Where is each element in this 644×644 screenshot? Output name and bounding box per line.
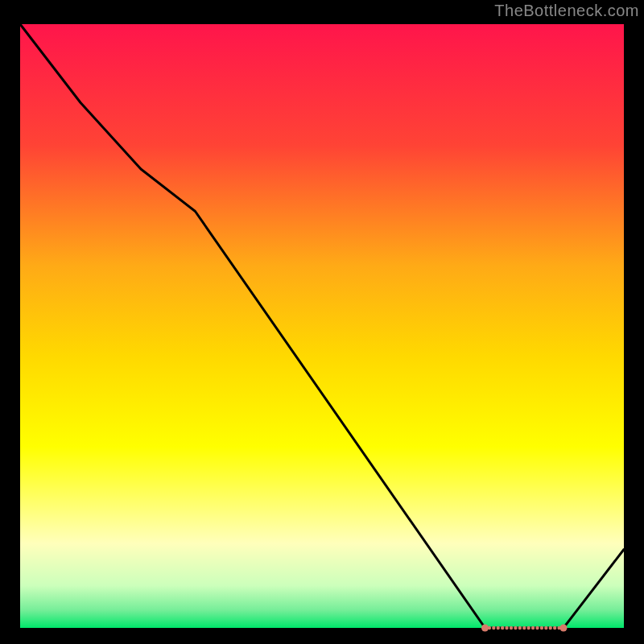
marker-dot bbox=[501, 626, 504, 630]
marker-dot bbox=[514, 626, 517, 630]
marker-dot bbox=[531, 626, 535, 630]
marker-dot bbox=[497, 626, 500, 630]
marker-dot bbox=[544, 626, 547, 630]
marker-dot bbox=[481, 625, 489, 632]
marker-dot bbox=[549, 626, 552, 630]
attribution-text: TheBottleneck.com bbox=[494, 2, 639, 20]
marker-dot bbox=[560, 625, 568, 632]
marker-dot bbox=[518, 626, 522, 630]
marker-dot bbox=[510, 626, 513, 630]
marker-dot bbox=[553, 626, 556, 630]
marker-dot bbox=[540, 626, 543, 630]
marker-dot bbox=[492, 626, 495, 630]
svg-rect-0 bbox=[20, 24, 624, 628]
chart-container: TheBottleneck.com bbox=[0, 0, 644, 644]
marker-dot bbox=[526, 626, 530, 630]
chart-svg bbox=[0, 0, 644, 644]
marker-dot bbox=[505, 626, 508, 630]
marker-dot bbox=[488, 626, 491, 630]
marker-dot bbox=[522, 626, 526, 630]
marker-dot bbox=[535, 626, 539, 630]
